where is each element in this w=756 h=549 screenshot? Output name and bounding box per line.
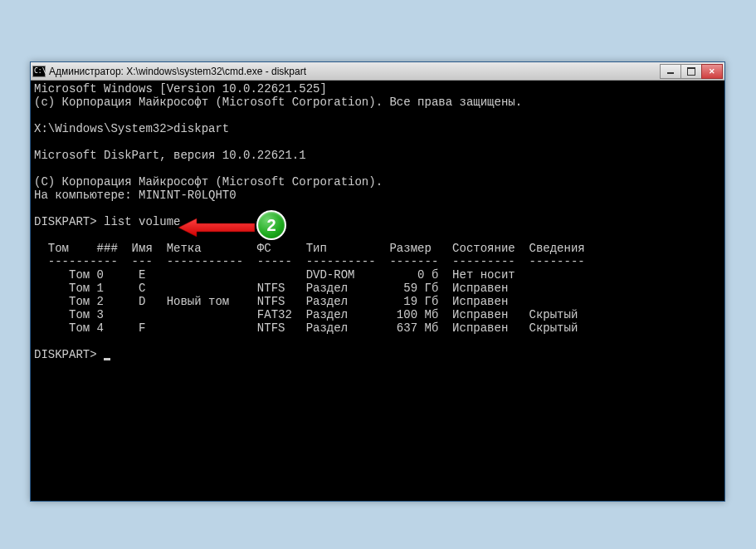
prompt-line: DISKPART>	[34, 348, 104, 361]
minimize-button[interactable]	[660, 64, 681, 79]
cursor	[104, 358, 110, 360]
prompt-line: DISKPART> list volume	[34, 215, 180, 228]
output-line: Microsoft DiskPart, версия 10.0.22621.1	[34, 149, 306, 162]
table-row: Том 3 FAT32 Раздел 100 Мб Исправен Скрыт…	[34, 308, 578, 321]
cmd-window: C:\ Администратор: X:\windows\system32\c…	[30, 61, 725, 502]
table-divider: ---------- --- ----------- ----- -------…	[34, 255, 585, 268]
prompt-line: X:\Windows\System32>diskpart	[34, 122, 229, 135]
table-header: Том ### Имя Метка ФС Тип Размер Состояни…	[34, 242, 585, 255]
table-row: Том 0 E DVD-ROM 0 б Нет носит	[34, 268, 515, 282]
maximize-button[interactable]	[680, 64, 702, 79]
output-line: Microsoft Windows [Version 10.0.22621.52…	[34, 82, 327, 96]
output-line: (C) Корпорация Майкрософт (Microsoft Cor…	[34, 175, 383, 189]
terminal-output[interactable]: Microsoft Windows [Version 10.0.22621.52…	[31, 81, 724, 501]
cmd-icon: C:\	[32, 66, 46, 77]
close-button[interactable]	[701, 64, 723, 79]
output-line: На компьютере: MININT-R0LQHT0	[34, 189, 237, 202]
titlebar[interactable]: C:\ Администратор: X:\windows\system32\c…	[31, 62, 724, 81]
window-title: Администратор: X:\windows\system32\cmd.e…	[49, 66, 661, 77]
output-line: (c) Корпорация Майкрософт (Microsoft Cor…	[34, 96, 522, 109]
table-row: Том 2 D Новый том NTFS Раздел 19 Гб Испр…	[34, 295, 508, 308]
table-row: Том 1 C NTFS Раздел 59 Гб Исправен	[34, 282, 508, 295]
table-row: Том 4 F NTFS Раздел 637 Мб Исправен Скры…	[34, 321, 578, 335]
window-controls	[661, 64, 723, 79]
